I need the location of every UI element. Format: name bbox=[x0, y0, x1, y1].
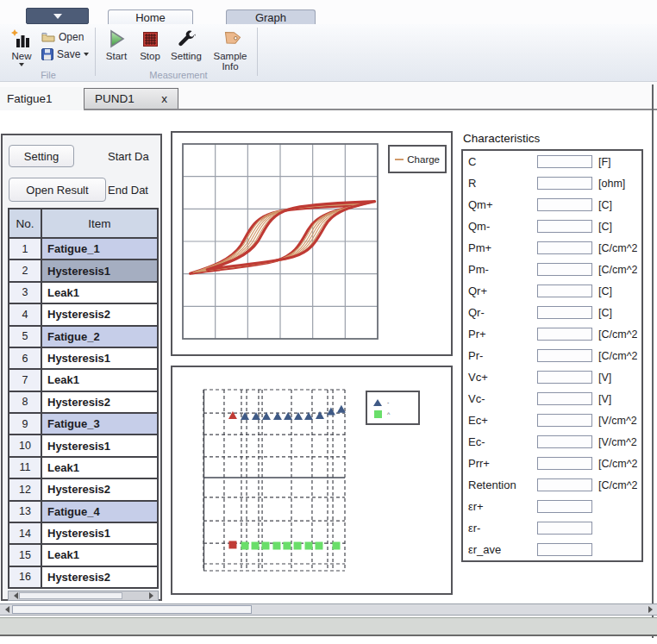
characteristic-value-field[interactable] bbox=[537, 306, 592, 319]
row-item-cell: Hysteresis2 bbox=[42, 479, 157, 499]
save-button[interactable]: Save bbox=[41, 47, 89, 61]
characteristic-label: Pm+ bbox=[468, 241, 537, 254]
characteristic-value-field[interactable] bbox=[537, 457, 592, 470]
stop-button[interactable]: Stop bbox=[135, 27, 166, 75]
table-row[interactable]: 10Hysteresis1 bbox=[9, 435, 157, 457]
characteristic-value-field[interactable] bbox=[537, 198, 592, 211]
scroll-left-arrow-icon[interactable] bbox=[9, 591, 19, 600]
fatigue-chart-panel: - ^ bbox=[171, 366, 453, 595]
characteristic-unit: [C] bbox=[598, 221, 612, 233]
ribbon-group-label-file: File bbox=[3, 70, 93, 80]
legend-entry-positive: - bbox=[372, 396, 413, 408]
characteristics-panel: C[F]R[ohm]Qm+[C]Qm-[C]Pm+[C/cm^2Pm-[C/cm… bbox=[461, 149, 643, 562]
characteristic-value-field[interactable] bbox=[537, 500, 592, 513]
table-row[interactable]: 11Leak1 bbox=[9, 458, 157, 479]
triangle-marker-icon bbox=[372, 398, 383, 406]
start-button[interactable]: Start bbox=[100, 27, 133, 75]
characteristic-label: C bbox=[468, 155, 537, 168]
table-row[interactable]: 15Leak1 bbox=[9, 545, 157, 566]
main-horizontal-scrollbar[interactable] bbox=[0, 603, 657, 616]
characteristic-value-field[interactable] bbox=[537, 543, 592, 556]
table-row[interactable]: 13Fatigue_4 bbox=[9, 502, 157, 523]
characteristic-value-field[interactable] bbox=[537, 392, 592, 405]
characteristic-value-field[interactable] bbox=[537, 478, 592, 491]
characteristic-value-field[interactable] bbox=[537, 241, 592, 254]
characteristic-row: Vc-[V] bbox=[463, 388, 641, 410]
characteristic-value-field[interactable] bbox=[537, 220, 592, 233]
table-row[interactable]: 16Hysteresis2 bbox=[9, 567, 157, 587]
row-item-cell: Fatigue_2 bbox=[42, 327, 157, 347]
table-row[interactable]: 5Fatigue_2 bbox=[9, 327, 157, 348]
characteristic-unit: [C] bbox=[598, 199, 612, 211]
characteristic-unit: [V/cm^2 bbox=[598, 436, 637, 448]
characteristic-value-field[interactable] bbox=[537, 155, 592, 168]
table-row[interactable]: 6Hysteresis1 bbox=[9, 348, 157, 370]
characteristic-label: Qm+ bbox=[468, 198, 537, 211]
row-number-cell: 16 bbox=[9, 567, 42, 587]
table-row[interactable]: 7Leak1 bbox=[9, 370, 157, 391]
stop-button-label: Stop bbox=[140, 51, 160, 61]
characteristic-label: Pr+ bbox=[468, 328, 537, 341]
table-horizontal-scrollbar[interactable] bbox=[8, 591, 159, 601]
setting-button-ribbon[interactable]: Setting bbox=[167, 27, 205, 75]
characteristic-value-field[interactable] bbox=[537, 522, 592, 535]
scrollbar-thumb[interactable] bbox=[19, 592, 122, 599]
characteristic-unit: [ohm] bbox=[598, 178, 625, 190]
row-number-cell: 4 bbox=[9, 304, 42, 324]
table-row[interactable]: 12Hysteresis2 bbox=[9, 479, 157, 501]
start-date-label: Start Da bbox=[108, 150, 149, 163]
characteristic-row: εr+ bbox=[463, 496, 641, 517]
open-result-button[interactable]: Open Result bbox=[9, 178, 106, 202]
characteristic-unit: [V] bbox=[598, 372, 611, 384]
characteristic-row: Ec-[V/cm^2 bbox=[463, 431, 641, 453]
row-item-cell: Hysteresis1 bbox=[42, 260, 157, 280]
characteristic-value-field[interactable] bbox=[537, 349, 592, 362]
tab-fatigue1[interactable]: Fatigue1 bbox=[0, 87, 83, 110]
table-row[interactable]: 4Hysteresis2 bbox=[9, 304, 157, 326]
scroll-right-arrow-icon[interactable] bbox=[647, 604, 657, 615]
characteristic-label: εr_ave bbox=[468, 543, 537, 556]
row-item-cell: Leak1 bbox=[42, 458, 157, 478]
ribbon-separator bbox=[95, 28, 96, 76]
characteristic-unit: [C/cm^2 bbox=[598, 479, 637, 491]
scrollbar-thumb[interactable] bbox=[12, 605, 252, 614]
characteristic-label: εr+ bbox=[468, 500, 537, 513]
table-row[interactable]: 1Fatigue_1 bbox=[9, 239, 157, 260]
table-row[interactable]: 9Fatigue_3 bbox=[9, 414, 157, 435]
dropdown-arrow-icon bbox=[53, 14, 62, 23]
ribbon-tab-graph[interactable]: Graph bbox=[226, 9, 316, 24]
column-header-item: Item bbox=[42, 209, 157, 237]
table-row[interactable]: 3Leak1 bbox=[9, 283, 157, 304]
characteristic-value-field[interactable] bbox=[537, 371, 592, 384]
table-row[interactable]: 14Hysteresis1 bbox=[9, 523, 157, 545]
characteristic-row: Vc+[V] bbox=[463, 366, 641, 388]
sample-info-button[interactable]: Sample Info bbox=[207, 27, 253, 75]
hysteresis-legend: Charge bbox=[388, 145, 447, 173]
characteristic-value-field[interactable] bbox=[537, 414, 592, 427]
row-item-cell: Hysteresis2 bbox=[42, 304, 157, 324]
characteristic-value-field[interactable] bbox=[537, 284, 592, 297]
open-button[interactable]: Open bbox=[41, 29, 84, 44]
characteristic-unit: [V/cm^2 bbox=[598, 415, 637, 427]
characteristic-unit: [F] bbox=[598, 156, 611, 168]
tab-pund1[interactable]: PUND1 x bbox=[84, 88, 178, 109]
tab-close-icon[interactable]: x bbox=[161, 92, 167, 105]
characteristics-title: Characteristics bbox=[463, 132, 540, 145]
characteristic-value-field[interactable] bbox=[537, 328, 592, 341]
app-menu-button[interactable] bbox=[26, 8, 89, 24]
table-row[interactable]: 2Hysteresis1 bbox=[9, 260, 157, 282]
characteristic-row: R[ohm] bbox=[463, 172, 641, 194]
new-button-label: New bbox=[11, 51, 31, 61]
row-item-cell: Fatigue_3 bbox=[42, 414, 157, 434]
scroll-left-arrow-icon[interactable] bbox=[0, 604, 10, 615]
characteristic-label: R bbox=[468, 177, 537, 190]
setting-button[interactable]: Setting bbox=[9, 145, 74, 167]
characteristic-value-field[interactable] bbox=[537, 435, 592, 448]
table-row[interactable]: 8Hysteresis2 bbox=[9, 392, 157, 414]
new-button[interactable]: New bbox=[3, 27, 40, 75]
characteristic-row: Qm+[C] bbox=[463, 194, 641, 216]
ribbon-tab-home[interactable]: Home bbox=[108, 9, 193, 24]
characteristic-value-field[interactable] bbox=[537, 263, 592, 276]
scroll-right-arrow-icon[interactable] bbox=[147, 591, 158, 600]
characteristic-value-field[interactable] bbox=[537, 177, 592, 190]
